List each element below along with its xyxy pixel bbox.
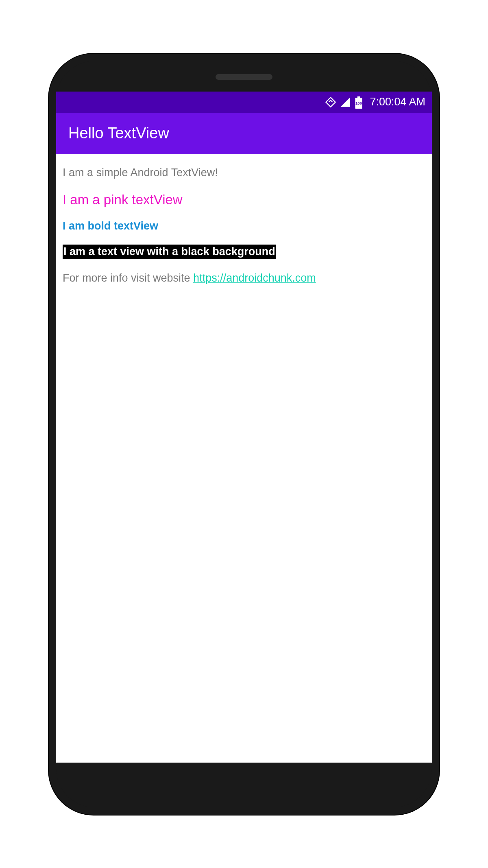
screen: 100 7:00:04 AM Hello TextView I am a sim… xyxy=(56,92,432,763)
app-bar: Hello TextView xyxy=(56,113,432,154)
phone-speaker xyxy=(216,74,272,80)
app-title: Hello TextView xyxy=(68,125,169,142)
status-time: 7:00:04 AM xyxy=(370,96,425,108)
textview-bold: I am bold textView xyxy=(63,220,425,232)
status-icons: 100 xyxy=(325,96,364,108)
status-bar: 100 7:00:04 AM xyxy=(56,92,432,113)
svg-rect-0 xyxy=(357,96,360,98)
textview-black-background: I am a text view with a black background xyxy=(63,245,276,259)
info-prefix-text: For more info visit website xyxy=(63,272,193,284)
content-area: I am a simple Android TextView! I am a p… xyxy=(56,154,432,763)
cellular-signal-icon xyxy=(340,96,351,108)
phone-frame: 100 7:00:04 AM Hello TextView I am a sim… xyxy=(49,54,439,815)
notification-diamond-icon xyxy=(325,96,336,108)
textview-simple: I am a simple Android TextView! xyxy=(63,166,425,179)
textview-info: For more info visit website https://andr… xyxy=(63,272,425,284)
svg-text:100: 100 xyxy=(355,101,362,105)
battery-icon: 100 xyxy=(354,96,364,108)
website-link[interactable]: https://androidchunk.com xyxy=(193,272,316,284)
textview-pink: I am a pink textView xyxy=(63,192,425,208)
phone-inner: 100 7:00:04 AM Hello TextView I am a sim… xyxy=(56,61,432,807)
